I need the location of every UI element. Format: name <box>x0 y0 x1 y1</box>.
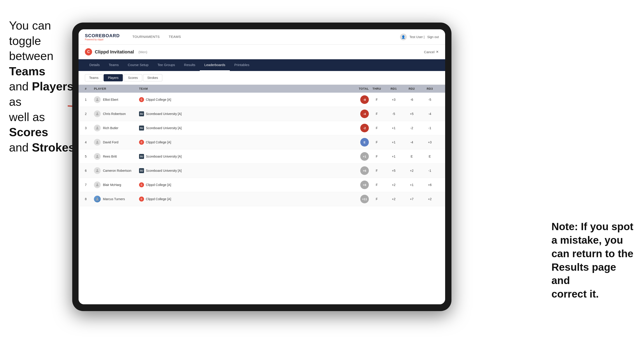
thru-cell: F <box>369 141 385 144</box>
rank-cell: 2 <box>85 112 94 116</box>
rd2-cell: +2 <box>403 169 421 173</box>
thru-cell: F <box>369 169 385 173</box>
thru-cell: F <box>369 112 385 116</box>
score-badge: -4 <box>360 110 369 118</box>
sub-tab-teams[interactable]: Teams <box>85 74 103 81</box>
rd1-cell: +1 <box>385 126 403 130</box>
rd2-cell: E <box>403 155 421 158</box>
total-cell: -4 <box>346 110 369 118</box>
nav-teams[interactable]: TEAMS <box>164 29 186 45</box>
table-row: 6 Cameron Robertson SU Scoreboard Univer… <box>78 164 445 178</box>
sub-tab-scores[interactable]: Scores <box>124 74 142 81</box>
player-cell: Rich Butler <box>94 125 139 131</box>
rd2-cell: -4 <box>403 141 421 144</box>
user-name: Test User | <box>410 35 424 39</box>
nav-tournaments[interactable]: TOURNAMENTS <box>128 29 164 45</box>
score-badge: +11 <box>360 195 369 203</box>
total-cell: +8 <box>346 180 369 189</box>
player-avatar <box>94 96 101 103</box>
total-cell: +11 <box>346 195 369 203</box>
tab-results[interactable]: Results <box>180 59 200 71</box>
player-name: Elliot Ebert <box>103 98 118 101</box>
player-name: Chris Robertson <box>103 112 126 116</box>
logo-area: SCOREBOARD Powered by clippd <box>85 33 120 41</box>
player-cell: David Ford <box>94 139 139 146</box>
sub-tab-players[interactable]: Players <box>104 74 123 81</box>
svg-point-1 <box>96 98 98 100</box>
team-name: Clippd College [A] <box>146 183 171 187</box>
rd1-cell: +1 <box>385 141 403 144</box>
rank-cell: 5 <box>85 155 94 158</box>
score-badge: +1 <box>360 152 369 161</box>
total-cell: E <box>346 138 369 147</box>
tab-printables[interactable]: Printables <box>230 59 254 71</box>
nav-right: 👤 Test User | Sign out <box>400 34 439 40</box>
table-row: 2 Chris Robertson SU Scoreboard Universi… <box>78 107 445 121</box>
svg-point-2 <box>96 113 98 114</box>
team-logo: C <box>139 97 144 102</box>
player-avatar <box>94 181 101 188</box>
rd1-cell: +5 <box>385 169 403 173</box>
team-cell: SU Scoreboard University [A] <box>139 126 346 131</box>
team-cell: SU Scoreboard University [A] <box>139 154 346 159</box>
player-cell: Blair McHarg <box>94 181 139 188</box>
total-cell: +6 <box>346 166 369 175</box>
rd2-cell: -2 <box>403 126 421 130</box>
player-name: Cameron Robertson <box>103 169 131 173</box>
team-name: Scoreboard University [A] <box>146 112 182 116</box>
tab-teams[interactable]: Teams <box>104 59 123 71</box>
sign-out-link[interactable]: Sign out <box>427 35 439 39</box>
table-row: 8 Marcus Turners C Clippd College [A] +1… <box>78 192 445 206</box>
player-name: Rich Butler <box>103 126 118 130</box>
tab-details[interactable]: Details <box>85 59 104 71</box>
tab-course-setup[interactable]: Course Setup <box>123 59 153 71</box>
col-header-rd2: RD2 <box>403 87 421 90</box>
total-cell: -2 <box>346 124 369 132</box>
rd1-cell: +3 <box>385 98 403 101</box>
sub-tab-strokes[interactable]: Strokes <box>143 74 162 81</box>
svg-point-3 <box>96 127 98 128</box>
score-badge: -2 <box>360 124 369 132</box>
tournament-title-area: C Clippd Invitational (Men) <box>85 48 148 55</box>
rank-cell: 6 <box>85 169 94 173</box>
rd1-cell: -5 <box>385 112 403 116</box>
rd3-cell: E <box>421 155 439 158</box>
rank-cell: 4 <box>85 141 94 144</box>
rd3-cell: -1 <box>421 126 439 130</box>
tablet-device: SCOREBOARD Powered by clippd TOURNAMENTS… <box>72 22 452 311</box>
col-header-num: # <box>85 87 94 90</box>
team-name: Clippd College [A] <box>146 141 171 144</box>
score-badge: -8 <box>360 95 369 104</box>
rd3-cell: -1 <box>421 169 439 173</box>
player-avatar <box>94 110 101 117</box>
sub-tabs: TeamsPlayersScoresStrokes <box>78 71 445 85</box>
rd1-cell: +2 <box>385 197 403 201</box>
player-cell: Chris Robertson <box>94 110 139 117</box>
player-avatar <box>94 139 101 146</box>
cancel-button[interactable]: Cancel ✕ <box>424 50 439 54</box>
team-cell: C Clippd College [A] <box>139 97 346 102</box>
rd2-cell: +1 <box>403 183 421 187</box>
team-logo: SU <box>139 154 144 159</box>
rd3-cell: -5 <box>421 98 439 101</box>
svg-point-8 <box>96 198 98 199</box>
rd2-cell: +7 <box>403 197 421 201</box>
thru-cell: F <box>369 197 385 201</box>
left-annotation: You can toggle between Teams and Players… <box>9 18 79 155</box>
tournament-logo: C <box>85 48 92 55</box>
svg-point-5 <box>96 155 98 157</box>
logo-sub: Powered by clippd <box>85 38 120 41</box>
player-cell: Cameron Robertson <box>94 167 139 174</box>
rank-cell: 7 <box>85 183 94 187</box>
rd2-cell: -6 <box>403 98 421 101</box>
thru-cell: F <box>369 98 385 101</box>
team-logo: SU <box>139 111 144 116</box>
logo-text: SCOREBOARD <box>85 33 120 38</box>
team-cell: C Clippd College [A] <box>139 196 346 201</box>
tournament-name: Clippd Invitational <box>95 49 134 55</box>
total-cell: +1 <box>346 152 369 161</box>
tab-tee-groups[interactable]: Tee Groups <box>153 59 180 71</box>
tab-leaderboards[interactable]: Leaderboards <box>200 59 230 71</box>
team-name: Scoreboard University [A] <box>146 169 182 173</box>
player-name: Marcus Turners <box>103 197 125 201</box>
